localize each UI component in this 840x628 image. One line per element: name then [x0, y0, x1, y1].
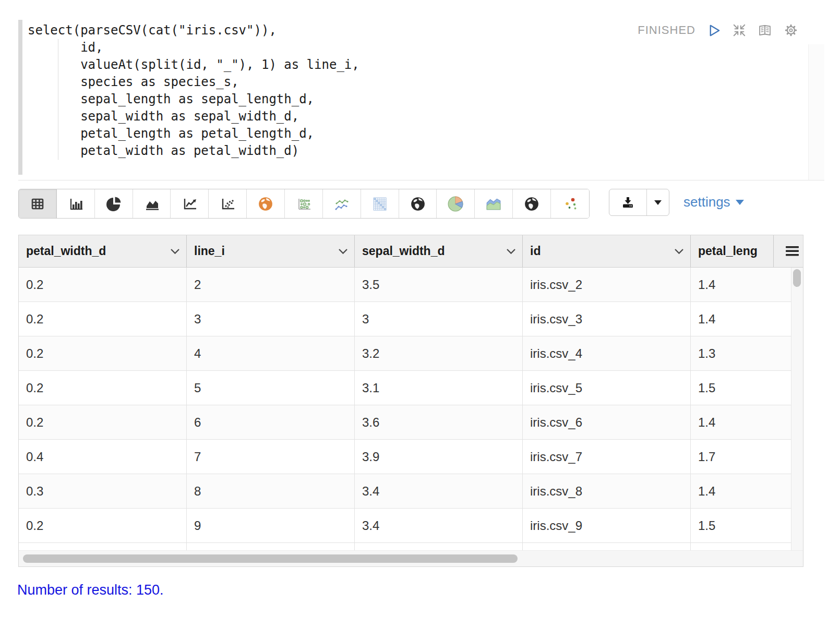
table-cell: 1.3 [691, 336, 793, 370]
download-icon[interactable] [609, 189, 647, 215]
table-cell: 0.2 [19, 268, 187, 301]
table-row: 0.243.2iris.csv_41.3 [19, 336, 793, 371]
line-chart-icon[interactable] [171, 189, 209, 218]
bubble-chart-icon[interactable] [285, 189, 323, 218]
table-cell: 3.6 [355, 405, 523, 439]
table-cell: 2 [187, 268, 355, 301]
column-header-petal_leng[interactable]: petal_leng [691, 235, 774, 267]
multi-line-chart-icon[interactable] [323, 189, 361, 218]
download-options-caret-icon[interactable] [647, 189, 669, 215]
chevron-down-icon[interactable] [170, 248, 180, 255]
table-cell: 1.4 [691, 474, 793, 508]
table-cell: 0.2 [19, 371, 187, 405]
table-cell: 1.4 [691, 302, 793, 336]
code-editor[interactable]: select(parseCSV(cat("iris.csv")), id, va… [18, 16, 824, 180]
area-chart-icon[interactable] [133, 189, 171, 218]
table-cell: 7 [187, 440, 355, 474]
table-cell: 1.5 [691, 371, 793, 405]
table-cell: iris.csv_8 [523, 474, 691, 508]
table-cell: iris.csv_4 [523, 336, 691, 370]
table-cell: iris.csv_6 [523, 405, 691, 439]
code-line: petal_length as petal_length_d, [28, 125, 359, 142]
matrix-grid-icon[interactable] [361, 189, 399, 218]
scatter-colored-icon[interactable] [551, 189, 589, 218]
table-row: 0.223.5iris.csv_21.4 [19, 268, 793, 302]
vertical-scrollbar[interactable] [791, 268, 803, 550]
table-header-row: petal_width_dline_isepal_width_didpetal_… [19, 235, 803, 268]
table-cell: 3.2 [355, 336, 523, 370]
result-table: petal_width_dline_isepal_width_didpetal_… [18, 235, 803, 567]
code-line: select(parseCSV(cat("iris.csv")), [28, 22, 359, 39]
pie-chart-icon[interactable] [95, 189, 133, 218]
chevron-down-icon [736, 200, 744, 205]
column-header-label: id [530, 244, 541, 258]
code-line: petal_width as petal_width_d) [28, 142, 359, 160]
column-header-sepal_width_d[interactable]: sepal_width_d [355, 235, 523, 267]
play-icon[interactable] [707, 23, 721, 38]
horizontal-scrollbar[interactable] [19, 550, 803, 566]
table-cell: 3.1 [355, 371, 523, 405]
table-row: 0.233iris.csv_31.4 [19, 302, 793, 336]
globe-dark-2-icon[interactable] [513, 189, 551, 218]
table-cell: 3.5 [355, 268, 523, 301]
column-header-label: petal_leng [698, 244, 758, 258]
code-text[interactable]: select(parseCSV(cat("iris.csv")), id, va… [28, 22, 359, 160]
code-line: sepal_length as sepal_length_d, [28, 91, 359, 108]
zeppelin-paragraph: select(parseCSV(cat("iris.csv")), id, va… [0, 0, 840, 628]
editor-gutter-bar [18, 20, 22, 175]
chevron-down-icon[interactable] [506, 248, 516, 255]
table-cell: 8 [187, 474, 355, 508]
table-cell: 3.4 [355, 474, 523, 508]
table-row: 0.473.9iris.csv_71.7 [19, 440, 793, 474]
table-cell: iris.csv_2 [523, 268, 691, 301]
table-cell: 3 [355, 302, 523, 336]
table-cell: 0.2 [19, 509, 187, 542]
table-row: 0.263.6iris.csv_61.4 [19, 405, 793, 440]
hamburger-icon [785, 246, 799, 257]
table-cell: 0.3 [19, 474, 187, 508]
table-cell: 1.4 [691, 268, 793, 301]
code-line: id, [28, 39, 359, 56]
scatter-chart-icon[interactable] [209, 189, 247, 218]
table-cell: 1.4 [691, 405, 793, 439]
chevron-down-icon[interactable] [674, 248, 684, 255]
column-header-label: petal_width_d [26, 244, 106, 258]
table-cell: 3 [187, 302, 355, 336]
gear-icon[interactable] [784, 23, 798, 38]
table-icon[interactable] [19, 189, 57, 218]
paragraph-controls: FINISHED [638, 23, 798, 38]
column-header-line_i[interactable]: line_i [187, 235, 355, 267]
editor-vertical-scrollbar[interactable] [808, 44, 824, 180]
settings-link[interactable]: settings [683, 194, 744, 210]
globe-dark-icon[interactable] [399, 189, 437, 218]
column-header-id[interactable]: id [523, 235, 691, 267]
code-line: species as species_s, [28, 74, 359, 91]
table-cell: iris.csv_3 [523, 302, 691, 336]
table-cell: 4 [187, 336, 355, 370]
chart-type-button-group [18, 189, 590, 219]
table-cell: 1.5 [691, 509, 793, 542]
settings-label: settings [683, 194, 730, 210]
table-cell: iris.csv_5 [523, 371, 691, 405]
book-icon[interactable] [758, 23, 772, 38]
table-cell: iris.csv_9 [523, 509, 691, 542]
code-line: sepal_width as sepal_width_d, [28, 108, 359, 125]
code-line: valueAt(split(id, "_"), 1) as line_i, [28, 56, 359, 74]
download-split-button [609, 189, 669, 216]
collapse-icon[interactable] [733, 23, 746, 37]
table-row: 0.253.1iris.csv_51.5 [19, 371, 793, 405]
table-cell: 0.2 [19, 405, 187, 439]
table-cell: iris.csv_7 [523, 440, 691, 474]
vertical-scrollbar-thumb[interactable] [793, 269, 801, 287]
table-rows: 0.223.5iris.csv_21.40.233iris.csv_31.40.… [19, 268, 793, 543]
visualization-toolbar: settings [18, 189, 590, 219]
bar-chart-icon[interactable] [57, 189, 95, 218]
globe-orange-icon[interactable] [247, 189, 285, 218]
horizontal-scrollbar-thumb[interactable] [23, 554, 518, 563]
area-colored-icon[interactable] [475, 189, 513, 218]
chevron-down-icon[interactable] [338, 248, 348, 255]
table-menu-button[interactable] [774, 235, 803, 267]
pie-colored-icon[interactable] [437, 189, 475, 218]
column-header-petal_width_d[interactable]: petal_width_d [19, 235, 187, 267]
partially-visible-row [19, 543, 803, 550]
